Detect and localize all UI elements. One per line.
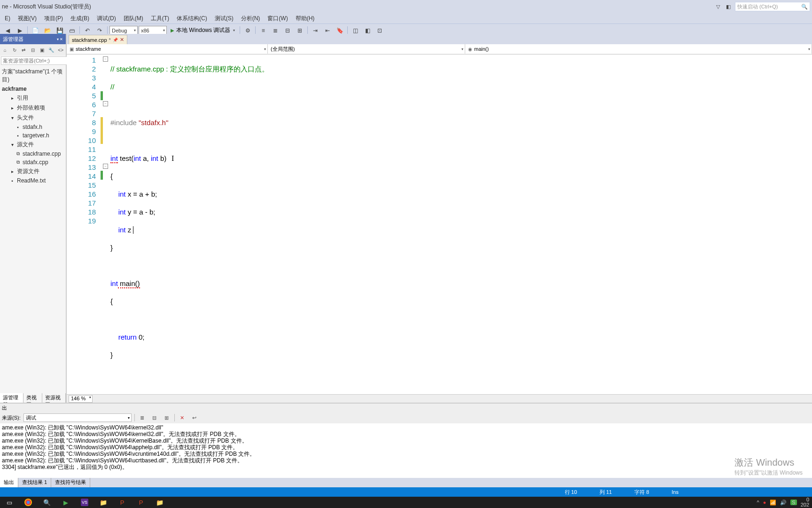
code-icon[interactable]: <> (56, 46, 65, 54)
folder-icon[interactable]: 📁 (150, 497, 169, 508)
nav-class-combo[interactable]: ▣stackframe (67, 44, 268, 54)
tree-node-source[interactable]: ▾源文件 (0, 140, 66, 150)
play-icon: ▶ (171, 28, 174, 33)
separator (347, 26, 348, 35)
fold-toggle-icon[interactable]: − (103, 101, 108, 106)
tab-find-symbol[interactable]: 查找符号结果 (51, 478, 90, 487)
nav-func-combo[interactable]: ◉main() (465, 44, 812, 54)
tray-icon[interactable]: ● (763, 500, 766, 505)
output-tool-icon[interactable]: ⊞ (162, 413, 172, 422)
menu-item[interactable]: E) (1, 14, 14, 23)
quick-launch-input[interactable]: 快速启动 (Ctrl+Q) 🔍 (735, 2, 810, 11)
menu-item[interactable]: 窗口(W) (264, 14, 291, 24)
tree-node-references[interactable]: ▸引用 (0, 93, 66, 103)
menu-item[interactable]: 工具(T) (147, 14, 173, 24)
tree-file[interactable]: ▪targetver.h (0, 131, 66, 140)
left-panel-tabs: 源管理器 类视图 资源视图 (0, 393, 66, 403)
output-tool-icon[interactable]: ≣ (138, 413, 147, 422)
tree-node-headers[interactable]: ▾头文件 (0, 113, 66, 123)
search-icon: 🔍 (801, 4, 808, 10)
menu-item[interactable]: 视图(V) (14, 14, 40, 24)
code-content[interactable]: // stackframe.cpp : 定义控制台应用程序的入口点。 // #i… (110, 55, 812, 394)
powerpoint-icon[interactable]: P (132, 497, 150, 508)
chrome-icon[interactable] (19, 497, 38, 508)
refresh-icon[interactable]: ↻ (10, 46, 19, 54)
tree-node-external[interactable]: ▸外部依赖项 (0, 103, 66, 113)
text-caret-icon: I (172, 154, 174, 163)
tab-filename: stackframe.cpp (72, 37, 107, 43)
editor-zoom-bar: 146 % (67, 394, 812, 403)
menu-item[interactable]: 帮助(H) (292, 14, 319, 24)
collapse-icon[interactable]: ⊟ (29, 46, 37, 54)
show-icon[interactable]: ▣ (38, 46, 47, 54)
visual-studio-icon[interactable]: VS (75, 497, 94, 508)
nav-scope-combo[interactable]: (全局范围) (268, 44, 465, 54)
wifi-icon[interactable]: 📶 (770, 500, 776, 506)
separator (107, 26, 108, 35)
document-tab[interactable]: stackframe.cpp* 📌 ✕ (69, 35, 127, 44)
panel-title-bar[interactable]: 源管理器 ▾ ✕ (0, 34, 66, 44)
menu-bar: E) 视图(V) 项目(P) 生成(B) 调试(D) 团队(M) 工具(T) 体… (0, 13, 812, 24)
tab-resource-view[interactable]: 资源视图 (42, 393, 66, 403)
explorer-icon[interactable]: 📁 (94, 497, 113, 508)
menu-item[interactable]: 生成(B) (67, 14, 93, 24)
system-tray[interactable]: ^ ● 📶 🔊 S 0202 (757, 497, 812, 508)
code-area[interactable]: 12345678910111213141516171819 − − − // s… (67, 55, 812, 394)
tab-solution-explorer[interactable]: 源管理器 (0, 393, 23, 403)
project-icon: ▣ (70, 47, 74, 52)
search-icon[interactable]: 🔍 (38, 497, 56, 508)
wrap-icon[interactable]: ↩ (190, 413, 199, 422)
chevron-down-icon[interactable]: ▾ ✕ (57, 37, 63, 41)
menu-item[interactable]: 团队(M) (120, 14, 147, 24)
solution-search-input[interactable] (1, 56, 70, 65)
output-body[interactable]: ame.exe (Win32): 已卸载 "C:\Windows\SysWOW6… (0, 423, 812, 478)
notif-icon[interactable]: ▽ (714, 3, 722, 10)
pin-icon[interactable]: 📌 (113, 38, 118, 42)
separator (307, 26, 308, 35)
tree-file[interactable]: ▪stdafx.h (0, 123, 66, 131)
tab-find1[interactable]: 查找结果 1 (18, 478, 51, 487)
tree-node-resource[interactable]: ▸资源文件 (0, 167, 66, 176)
output-source-combo[interactable]: 调试 (23, 413, 132, 422)
clear-icon[interactable]: ✕ (178, 413, 187, 422)
zoom-combo[interactable]: 146 % (69, 395, 93, 403)
solution-search[interactable]: 🔍 (0, 56, 66, 66)
volume-icon[interactable]: 🔊 (780, 500, 787, 506)
props-icon[interactable]: 🔧 (47, 46, 56, 54)
tray-icon[interactable]: S (790, 500, 796, 505)
tree-file[interactable]: ⧉stackframe.cpp (0, 150, 66, 158)
task-view-icon[interactable]: ▭ (0, 497, 19, 508)
text-cursor (133, 226, 133, 234)
tab-output[interactable]: 输出 (0, 478, 18, 487)
tree-file[interactable]: ▪ReadMe.txt (0, 176, 66, 185)
tab-class-view[interactable]: 类视图 (23, 393, 43, 403)
title-bar: ne - Microsoft Visual Studio(管理员) ▽ ◧ 快速… (0, 0, 812, 13)
sync-icon[interactable]: ⇄ (19, 46, 28, 54)
media-icon[interactable]: ▶ (56, 497, 75, 508)
editor-nav-bar: ▣stackframe (全局范围) ◉main() (67, 44, 812, 55)
menu-item[interactable]: 项目(P) (40, 14, 67, 24)
menu-item[interactable]: 体系结构(C) (173, 14, 211, 24)
fold-toggle-icon[interactable]: − (103, 164, 108, 169)
home-icon[interactable]: ⌂ (1, 46, 9, 54)
solution-node[interactable]: 方案"stackframe"(1 个项目) (0, 67, 66, 85)
separator (79, 26, 80, 35)
cpp-file-icon: ⧉ (15, 159, 21, 166)
powerpoint-icon[interactable]: P (113, 497, 132, 508)
menu-item[interactable]: 分析(N) (237, 14, 264, 24)
editor-area: stackframe.cpp* 📌 ✕ ▣stackframe (全局范围) ◉… (67, 34, 812, 403)
line-number-gutter: 12345678910111213141516171819 (67, 55, 101, 394)
document-tabs: stackframe.cpp* 📌 ✕ (67, 34, 812, 44)
tray-icon[interactable]: ^ (757, 500, 759, 505)
output-panel-title[interactable]: 出 (0, 404, 812, 412)
status-ins: Ins (660, 489, 690, 495)
output-tool-icon[interactable]: ⊟ (150, 413, 159, 422)
menu-item[interactable]: 测试(S) (211, 14, 237, 24)
fold-toggle-icon[interactable]: − (103, 56, 108, 62)
menu-item[interactable]: 调试(D) (93, 14, 120, 24)
feedback-icon[interactable]: ◧ (725, 3, 732, 10)
status-line: 行 10 (554, 489, 588, 496)
tree-file[interactable]: ⧉stdafx.cpp (0, 158, 66, 167)
project-node[interactable]: ackframe (0, 85, 66, 93)
close-icon[interactable]: ✕ (120, 37, 124, 43)
